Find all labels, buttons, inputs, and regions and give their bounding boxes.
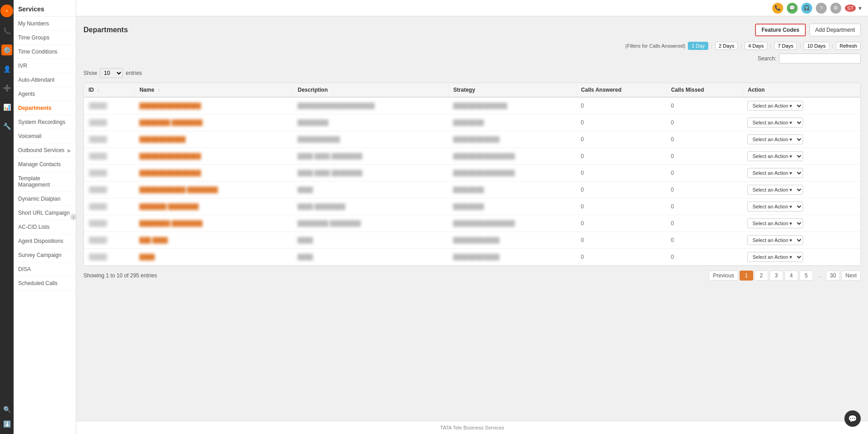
filter-refresh[interactable]: Refresh [836, 42, 861, 50]
col-description[interactable]: Description [293, 83, 449, 97]
nav-download-icon[interactable]: ⬇️ [1, 419, 12, 429]
sidebar-item-outbound-services[interactable]: Outbound Services ▶ [14, 143, 76, 158]
search-input[interactable] [779, 54, 861, 64]
sidebar-item-ac-cid-lists[interactable]: AC-CID Lists [14, 220, 76, 234]
col-action: Action [743, 83, 860, 97]
pagination-page-5[interactable]: 5 [799, 271, 813, 281]
pagination-page-1[interactable]: 1 [740, 271, 753, 281]
cell-calls-answered: 0 [576, 97, 666, 114]
nav-phone-icon[interactable]: 📞 [1, 25, 12, 36]
sidebar-item-agents[interactable]: Agents [14, 87, 76, 101]
nav-chart-icon[interactable]: 📊 [1, 102, 12, 113]
chat-bubble[interactable]: 💬 [844, 410, 861, 427]
cell-id: ████ [84, 114, 135, 131]
entries-select[interactable]: 10 25 50 100 [100, 68, 123, 78]
sidebar-item-ivr[interactable]: IVR [14, 59, 76, 73]
cell-description: ████████ ████████ [293, 215, 449, 232]
action-select[interactable]: Select an Action ▾ Edit Delete [747, 151, 803, 161]
cell-id: ████ [84, 249, 135, 266]
pagination-page-2[interactable]: 2 [755, 271, 768, 281]
action-select[interactable]: Select an Action ▾ Edit Delete [747, 134, 803, 144]
cell-action: Select an Action ▾ Edit Delete [743, 131, 860, 148]
pagination-info: Showing 1 to 10 of 295 entries [83, 272, 157, 279]
sidebar-item-departments[interactable]: Departments [14, 101, 76, 115]
table-row: ████ ███████ ████████ ████ ████████ ████… [84, 198, 860, 215]
filter-10days[interactable]: 10 Days [804, 42, 829, 50]
feature-codes-button[interactable]: Feature Codes [755, 24, 805, 36]
topbar-chat-icon[interactable]: 💬 [787, 3, 798, 14]
cell-description: ████ [293, 249, 449, 266]
nav-services-icon[interactable]: ⚙️ [1, 44, 12, 55]
col-id[interactable]: ID ↕ [84, 83, 135, 97]
filter-7days[interactable]: 7 Days [774, 42, 797, 50]
nav-users-icon[interactable]: 👤 [1, 64, 12, 74]
sidebar-item-template-management[interactable]: Template Management [14, 172, 76, 192]
pagination-previous[interactable]: Previous [709, 271, 738, 281]
cell-strategy: ██████████████ [449, 97, 577, 114]
show-label-after: entries [126, 70, 142, 76]
action-select[interactable]: Select an Action ▾ Edit Delete [747, 168, 803, 178]
sidebar-item-disa[interactable]: DISA [14, 262, 76, 276]
pagination-next[interactable]: Next [841, 271, 861, 281]
sidebar-item-auto-attendant[interactable]: Auto-Attendant [14, 73, 76, 87]
topbar-headset-icon[interactable]: 🎧 [801, 3, 812, 14]
sidebar-item-agent-dispositions[interactable]: Agent Dispositions [14, 234, 76, 248]
action-select[interactable]: Select an Action ▾ Edit Delete [747, 235, 803, 245]
app-logo[interactable]: S [0, 5, 13, 17]
cell-id: ████ [84, 165, 135, 182]
cell-action: Select an Action ▾ Edit Delete [743, 232, 860, 249]
cell-id: ████ [84, 97, 135, 114]
search-label: Search: [758, 55, 776, 62]
cell-calls-answered: 0 [576, 182, 666, 198]
action-select[interactable]: Select an Action ▾ Edit Delete [747, 185, 803, 195]
sidebar-item-system-recordings[interactable]: System Recordings [14, 115, 76, 129]
topbar-user[interactable]: ST ▼ [845, 5, 863, 12]
topbar-phone-icon[interactable]: 📞 [772, 3, 783, 14]
nav-plus-icon[interactable]: ➕ [1, 83, 12, 94]
cell-strategy: ████████████ [449, 249, 577, 266]
filter-1day[interactable]: 1 Day [688, 42, 708, 50]
topbar-help-icon[interactable]: ? [816, 3, 827, 14]
add-department-button[interactable]: Add Department [809, 24, 861, 36]
sidebar-item-time-groups[interactable]: Time Groups [14, 31, 76, 45]
col-strategy[interactable]: Strategy [449, 83, 577, 97]
col-name[interactable]: Name ↕ [135, 83, 293, 97]
filter-2days[interactable]: 2 Days [715, 42, 738, 50]
cell-name: ███████ ████████ [135, 198, 293, 215]
sidebar-item-short-url-campaign[interactable]: Short URL Campaign [14, 206, 76, 220]
cell-calls-answered: 0 [576, 131, 666, 148]
filter-4days[interactable]: 4 Days [745, 42, 767, 50]
action-select[interactable]: Select an Action ▾ Edit Delete [747, 202, 803, 212]
cell-calls-missed: 0 [666, 215, 743, 232]
action-select[interactable]: Select an Action ▾ Edit Delete [747, 252, 803, 262]
nav-search-bottom-icon[interactable]: 🔍 [1, 404, 12, 415]
cell-calls-missed: 0 [666, 97, 743, 114]
cell-strategy: ████████████ [449, 131, 577, 148]
action-select[interactable]: Select an Action ▾ Edit Delete [747, 118, 803, 128]
table-row: ████ ████████████ ████████ ████ ████████… [84, 182, 860, 198]
cell-description: ███████████ [293, 131, 449, 148]
sidebar-item-survey-campaign[interactable]: Survey Campaign [14, 248, 76, 262]
pagination-page-30[interactable]: 30 [826, 271, 840, 281]
nav-gear-icon[interactable]: 🔧 [1, 121, 12, 132]
sidebar-item-scheduled-calls[interactable]: Scheduled Calls [14, 276, 76, 291]
cell-name: ████████ ████████ [135, 215, 293, 232]
action-select[interactable]: Select an Action ▾ Edit Delete [747, 218, 803, 228]
pagination-page-3[interactable]: 3 [770, 271, 783, 281]
cell-description: ████ ████████ [293, 198, 449, 215]
pagination-page-4[interactable]: 4 [785, 271, 798, 281]
sidebar-item-time-conditions[interactable]: Time Conditions [14, 45, 76, 59]
sidebar-item-voicemail[interactable]: Voicemail [14, 129, 76, 143]
sidebar-item-my-numbers[interactable]: My Numbers [14, 17, 76, 31]
icon-bar: S 📞 ⚙️ 👤 ➕ 📊 🔧 🔍 ⬇️ [0, 0, 14, 434]
sidebar-item-dynamic-dialplan[interactable]: Dynamic Dialplan [14, 192, 76, 206]
topbar-settings-icon[interactable]: ⚙ [830, 3, 841, 14]
cell-description: ████ ████ ████████ [293, 165, 449, 182]
topbar-user-initials: ST [845, 5, 856, 12]
col-calls-missed[interactable]: Calls Missed [666, 83, 743, 97]
sidebar-item-manage-contacts[interactable]: Manage Contacts [14, 158, 76, 172]
action-select[interactable]: Select an Action ▾ Edit Delete [747, 101, 803, 111]
cell-calls-missed: 0 [666, 198, 743, 215]
sidebar-collapse-arrow[interactable]: ‹ [70, 214, 77, 220]
col-calls-answered[interactable]: Calls Answered [576, 83, 666, 97]
